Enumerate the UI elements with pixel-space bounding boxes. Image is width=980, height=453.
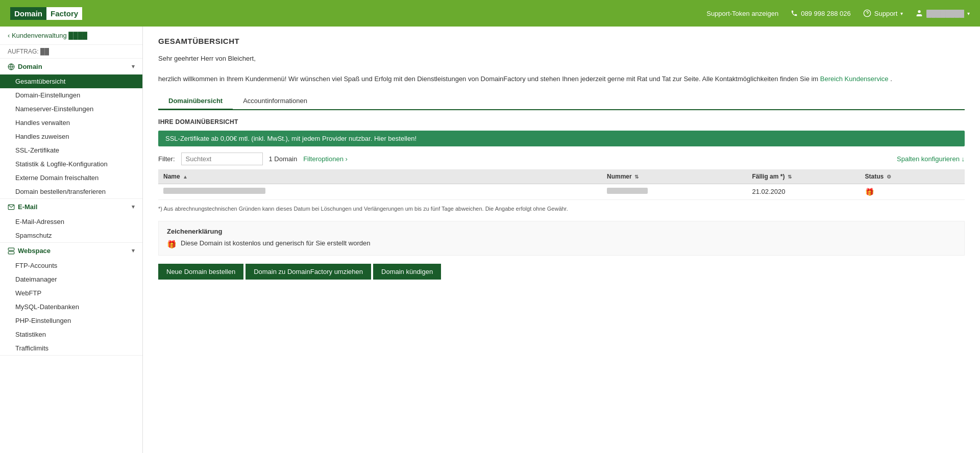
legend-item-text: Diese Domain ist kostenlos und generisch…	[181, 239, 370, 247]
th-number[interactable]: Nummer ⇅	[602, 169, 747, 184]
sidebar-section-webspace-items: FTP-Accounts Dateimanager WebFTP MySQL-D…	[0, 259, 142, 355]
sidebar-item-dateimanager[interactable]: Dateimanager	[0, 272, 142, 286]
th-status: Status ⚙	[860, 169, 965, 184]
sidebar-item-handles-zuweisen[interactable]: Handles zuweisen	[0, 130, 142, 143]
welcome-greeting: Sehr geehrter Herr von Bleichert,	[158, 54, 965, 64]
phone-icon	[791, 10, 798, 17]
domain-count: 1 Domain	[269, 155, 298, 163]
sidebar-section-webspace-header[interactable]: Webspace ▾	[0, 243, 142, 259]
sidebar-order: AUFTRAG: ██	[0, 45, 142, 59]
tab-accountinformationen[interactable]: Accountinformationen	[233, 93, 317, 109]
layout: ‹ Kundenverwaltung ████ AUFTRAG: ██ Doma…	[0, 27, 980, 453]
domain-fällig-cell: 21.02.2020	[747, 184, 860, 199]
phone-number-text: 089 998 288 026	[801, 10, 851, 17]
table-settings-icon[interactable]: ⚙	[887, 174, 891, 180]
user-icon	[915, 9, 923, 17]
support-icon	[863, 9, 871, 17]
domain-name-redacted	[163, 188, 265, 194]
table-footnote: *) Aus abrechnungstechnischen Gründen ka…	[158, 205, 965, 213]
user-label: ████████	[926, 10, 964, 17]
neue-domain-button[interactable]: Neue Domain bestellen	[158, 264, 243, 280]
logo-factory-part: Factory	[46, 7, 82, 20]
sidebar: ‹ Kundenverwaltung ████ AUFTRAG: ██ Doma…	[0, 27, 143, 453]
ssl-banner[interactable]: SSL-Zertifikate ab 0,00€ mtl. (inkl. MwS…	[158, 131, 965, 146]
sidebar-item-handles-verwalten[interactable]: Handles verwalten	[0, 116, 142, 130]
page-title: GESAMTÜBERSICHT	[158, 37, 965, 45]
sidebar-item-email-adressen[interactable]: E-Mail-Adressen	[0, 215, 142, 229]
sidebar-item-domain-bestellen[interactable]: Domain bestellen/transferieren	[0, 185, 142, 198]
legend-section: Zeichenerklärung 🎁 Diese Domain ist kost…	[158, 221, 965, 256]
sidebar-item-webftp[interactable]: WebFTP	[0, 286, 142, 300]
sidebar-item-externe-domain[interactable]: Externe Domain freischalten	[0, 171, 142, 185]
sidebar-section-domain-items: Gesamtübersicht Domain-Einstellungen Nam…	[0, 74, 142, 198]
sidebar-section-email-header[interactable]: E-Mail ▾	[0, 199, 142, 215]
domain-number-cell	[602, 184, 747, 199]
phone-number: 089 998 288 026	[791, 10, 851, 17]
sort-number-icon: ⇅	[634, 174, 639, 180]
svg-point-2	[918, 10, 921, 13]
sidebar-item-nameserver-einstellungen[interactable]: Nameserver-Einstellungen	[0, 102, 142, 116]
sidebar-item-trafficlimits[interactable]: Trafficlimits	[0, 341, 142, 355]
domain-name-cell	[158, 184, 602, 199]
sidebar-section-domain-header[interactable]: Domain ▾	[0, 59, 142, 74]
sidebar-section-domain: Domain ▾ Gesamtübersicht Domain-Einstell…	[0, 59, 142, 199]
tab-domainübersicht[interactable]: Domainübersicht	[158, 93, 233, 110]
filter-input[interactable]	[181, 153, 263, 165]
filter-row: Filter: 1 Domain Filteroptionen › Spalte…	[158, 153, 965, 165]
support-menu[interactable]: Support ▾	[863, 9, 903, 17]
th-name[interactable]: Name ▲	[158, 169, 602, 184]
action-buttons: Neue Domain bestellen Domain zu DomainFa…	[158, 264, 965, 280]
filter-options-link[interactable]: Filteroptionen ›	[303, 155, 348, 163]
sidebar-back-link[interactable]: ‹ Kundenverwaltung ████	[0, 27, 142, 45]
email-chevron-icon: ▾	[132, 204, 135, 210]
sidebar-item-php[interactable]: PHP-Einstellungen	[0, 314, 142, 328]
welcome-body: herzlich willkommen in Ihrem Kundenmenü!…	[158, 74, 965, 85]
svg-rect-7	[8, 251, 14, 254]
server-icon	[8, 247, 15, 255]
sort-fällig-icon: ⇅	[788, 174, 792, 180]
sidebar-item-domain-einstellungen[interactable]: Domain-Einstellungen	[0, 88, 142, 102]
sidebar-section-email-items: E-Mail-Adressen Spamschutz	[0, 215, 142, 242]
domain-umziehen-button[interactable]: Domain zu DomainFactory umziehen	[246, 264, 371, 280]
sidebar-item-ssl-zertifikate[interactable]: SSL-Zertifikate	[0, 143, 142, 157]
sidebar-item-statistik-logfile[interactable]: Statistik & Logfile-Konfiguration	[0, 157, 142, 171]
domain-table: Name ▲ Nummer ⇅ Fällig am *) ⇅	[158, 169, 965, 200]
support-label: Support	[874, 10, 898, 17]
user-chevron-icon: ▾	[967, 11, 970, 16]
tabs: Domainübersicht Accountinformationen	[158, 93, 965, 110]
main-content: GESAMTÜBERSICHT Sehr geehrter Herr von B…	[143, 27, 980, 453]
domain-status-cell: 🎁	[860, 184, 965, 199]
sidebar-section-email: E-Mail ▾ E-Mail-Adressen Spamschutz	[0, 199, 142, 243]
webspace-chevron-icon: ▾	[132, 247, 135, 254]
support-token-link[interactable]: Support-Token anzeigen	[706, 10, 778, 17]
sidebar-item-gesamtübersicht[interactable]: Gesamtübersicht	[0, 74, 142, 88]
filter-label: Filter:	[158, 155, 175, 163]
domain-status-icon: 🎁	[865, 188, 874, 196]
user-menu[interactable]: ████████ ▾	[915, 9, 970, 17]
table-row: 21.02.2020 🎁	[158, 184, 965, 199]
domain-kündigen-button[interactable]: Domain kündigen	[373, 264, 441, 280]
envelope-icon	[8, 204, 15, 211]
sidebar-item-spamschutz[interactable]: Spamschutz	[0, 229, 142, 242]
legend-item: 🎁 Diese Domain ist kostenlos und generis…	[167, 239, 956, 249]
configure-columns-link[interactable]: Spalten konfigurieren ↓	[897, 155, 965, 163]
domain-chevron-icon: ▾	[132, 63, 135, 70]
th-fällig[interactable]: Fällig am *) ⇅	[747, 169, 860, 184]
sidebar-item-statistiken[interactable]: Statistiken	[0, 328, 142, 341]
header-right: Support-Token anzeigen 089 998 288 026 S…	[706, 9, 970, 17]
kundenservice-link[interactable]: Bereich Kundenservice	[820, 75, 889, 83]
sidebar-item-mysql[interactable]: MySQL-Datenbanken	[0, 300, 142, 314]
domain-number-redacted	[607, 188, 648, 194]
logo-domain-part: Domain	[10, 7, 46, 20]
domain-overview: IHRE DOMAINÜBERSICHT SSL-Zertifikate ab …	[158, 110, 965, 288]
sort-name-icon: ▲	[183, 174, 188, 180]
logo: Domain Factory	[10, 7, 82, 20]
sidebar-item-ftp-accounts[interactable]: FTP-Accounts	[0, 259, 142, 272]
legend-gift-icon: 🎁	[167, 240, 177, 249]
sidebar-section-webspace: Webspace ▾ FTP-Accounts Dateimanager Web…	[0, 243, 142, 356]
sidebar-webspace-label: Webspace	[18, 247, 51, 255]
header: Domain Factory Support-Token anzeigen 08…	[0, 0, 980, 27]
sidebar-email-label: E-Mail	[18, 203, 37, 211]
svg-rect-6	[8, 248, 14, 250]
domain-overview-subtitle: IHRE DOMAINÜBERSICHT	[158, 118, 965, 125]
